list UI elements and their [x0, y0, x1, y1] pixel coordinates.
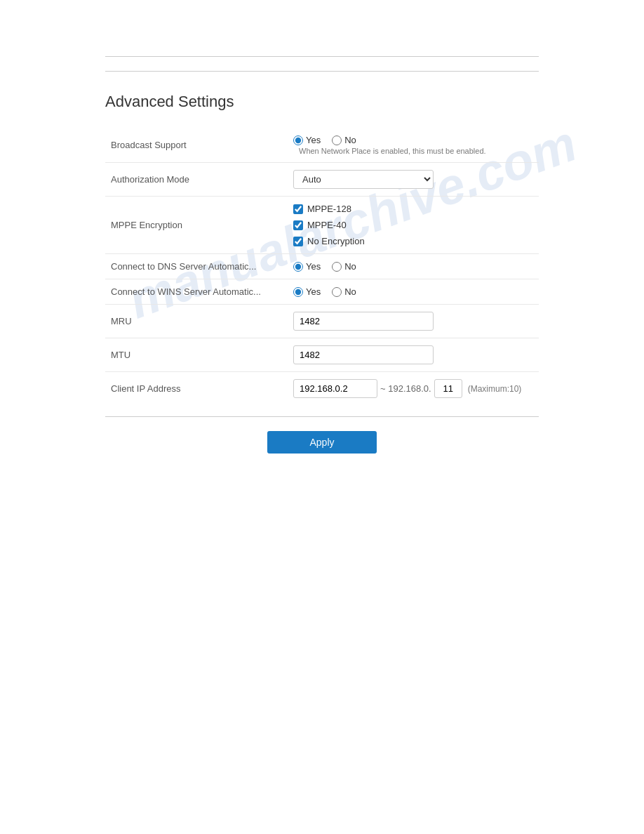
client-ip-start-input[interactable]	[293, 379, 377, 398]
mppe-128-checkbox[interactable]	[293, 204, 303, 214]
client-ip-label: Client IP Address	[105, 372, 288, 406]
wins-no-radio[interactable]	[332, 287, 342, 297]
mtu-row: MTU	[105, 338, 539, 372]
mru-input[interactable]	[293, 312, 434, 331]
mppe-checkbox-group: MPPE-128 MPPE-40 No Encryption	[293, 204, 533, 246]
client-ip-row: Client IP Address ~ 192.168.0. (Maximum:…	[105, 372, 539, 406]
broadcast-hint: When Network Place is enabled, this must…	[293, 147, 533, 155]
settings-table: Broadcast Support Yes No When Network Pl…	[105, 128, 539, 405]
connect-wins-radio-group: Yes No	[293, 286, 533, 297]
wins-yes-label[interactable]: Yes	[293, 286, 321, 297]
broadcast-yes-radio[interactable]	[293, 135, 303, 145]
broadcast-no-text: No	[344, 135, 356, 145]
dns-no-text: No	[344, 261, 356, 272]
no-encryption-label[interactable]: No Encryption	[293, 236, 533, 246]
mppe-encryption-label: MPPE Encryption	[105, 197, 288, 254]
connect-wins-row: Connect to WINS Server Automatic... Yes …	[105, 279, 539, 305]
apply-button[interactable]: Apply	[267, 431, 376, 454]
broadcast-yes-label[interactable]: Yes	[293, 135, 321, 145]
mppe-40-label[interactable]: MPPE-40	[293, 220, 533, 230]
broadcast-no-label[interactable]: No	[332, 135, 356, 145]
no-encryption-text: No Encryption	[307, 236, 365, 246]
no-encryption-checkbox[interactable]	[293, 237, 303, 246]
mppe-128-label[interactable]: MPPE-128	[293, 204, 533, 214]
mppe-40-text: MPPE-40	[307, 220, 347, 230]
mru-row: MRU	[105, 305, 539, 338]
mppe-encryption-row: MPPE Encryption MPPE-128 MPPE-40	[105, 197, 539, 254]
client-ip-end-input[interactable]	[434, 379, 462, 398]
mppe-40-checkbox[interactable]	[293, 220, 303, 230]
connect-wins-label: Connect to WINS Server Automatic...	[105, 279, 288, 305]
dns-no-label[interactable]: No	[332, 261, 356, 272]
broadcast-support-value: Yes No When Network Place is enabled, th…	[288, 128, 539, 163]
apply-btn-row: Apply	[105, 431, 539, 454]
client-ip-value: ~ 192.168.0. (Maximum:10)	[288, 372, 539, 406]
client-ip-max-note: (Maximum:10)	[468, 384, 522, 394]
second-divider	[105, 71, 539, 72]
connect-dns-row: Connect to DNS Server Automatic... Yes N…	[105, 254, 539, 279]
wins-no-label[interactable]: No	[332, 286, 356, 297]
connect-dns-radio-group: Yes No	[293, 261, 533, 272]
wins-yes-text: Yes	[306, 286, 321, 297]
mppe-encryption-value: MPPE-128 MPPE-40 No Encryption	[288, 197, 539, 254]
authorization-mode-value: Auto PAP CHAP MS-CHAP MS-CHAPv2	[288, 163, 539, 197]
mru-label: MRU	[105, 305, 288, 338]
section-title: Advanced Settings	[105, 93, 539, 111]
broadcast-yes-text: Yes	[306, 135, 321, 145]
connect-dns-label: Connect to DNS Server Automatic...	[105, 254, 288, 279]
wins-no-text: No	[344, 286, 356, 297]
broadcast-support-radio-group: Yes No	[293, 135, 533, 145]
connect-wins-value: Yes No	[288, 279, 539, 305]
mtu-label: MTU	[105, 338, 288, 372]
dns-yes-text: Yes	[306, 261, 321, 272]
mtu-value	[288, 338, 539, 372]
authorization-mode-row: Authorization Mode Auto PAP CHAP MS-CHAP…	[105, 163, 539, 197]
broadcast-support-label: Broadcast Support	[105, 128, 288, 163]
dns-yes-label[interactable]: Yes	[293, 261, 321, 272]
mru-value	[288, 305, 539, 338]
dns-no-radio[interactable]	[332, 262, 342, 272]
broadcast-no-radio[interactable]	[332, 135, 342, 145]
wins-yes-radio[interactable]	[293, 287, 303, 297]
client-ip-separator: ~ 192.168.0.	[380, 383, 431, 394]
dns-yes-radio[interactable]	[293, 262, 303, 272]
client-ip-row-inner: ~ 192.168.0. (Maximum:10)	[293, 379, 533, 398]
connect-dns-value: Yes No	[288, 254, 539, 279]
authorization-mode-select[interactable]: Auto PAP CHAP MS-CHAP MS-CHAPv2	[293, 170, 434, 189]
mtu-input[interactable]	[293, 345, 434, 364]
top-divider	[105, 56, 539, 57]
broadcast-support-row: Broadcast Support Yes No When Network Pl…	[105, 128, 539, 163]
authorization-mode-label: Authorization Mode	[105, 163, 288, 197]
mppe-128-text: MPPE-128	[307, 204, 351, 214]
bottom-divider	[105, 416, 539, 417]
